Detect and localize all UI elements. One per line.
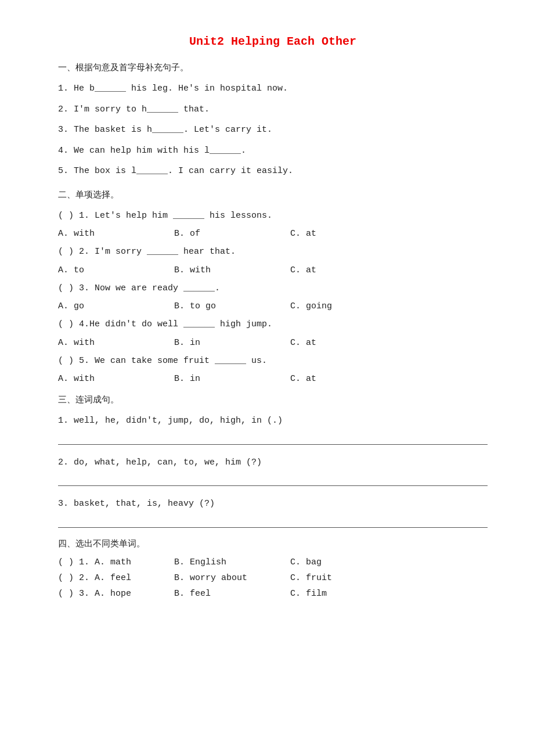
section2-q3-options: A. go B. to go C. going <box>58 301 488 311</box>
section3-q1: 1. well, he, didn't, jump, do, high, in … <box>58 413 488 429</box>
section3-q2: 2. do, what, help, can, to, we, him (?) <box>58 455 488 470</box>
section1-q4: 4. We can help him with his l______. <box>58 143 488 159</box>
section3-q3: 3. basket, that, is, heavy (?) <box>58 496 488 512</box>
section2-q3-opt-a: A. go <box>58 301 174 311</box>
title: Unit2 Helping Each Other <box>58 35 488 48</box>
section1-q3: 3. The basket is h______. Let's carry it… <box>58 123 488 138</box>
section2-q5-stem: ( ) 5. We can take some fruit ______ us. <box>58 354 488 369</box>
section4-q1-stem: ( ) 1. A. math <box>58 557 174 567</box>
section4-q2-stem: ( ) 2. A. feel <box>58 573 174 583</box>
section3-header: 三、连词成句。 <box>58 394 488 405</box>
section4-q3-c: C. film <box>290 589 406 599</box>
section4-q1-b: B. English <box>174 557 290 567</box>
section2-q3-opt-c: C. going <box>290 301 406 311</box>
section1-q2: 2. I'm sorry to h______ that. <box>58 102 488 117</box>
section2-q5-opt-c: C. at <box>290 374 406 384</box>
section2-q5-opt-a: A. with <box>58 374 174 384</box>
section1-header: 一、根据句意及首字母补充句子。 <box>58 62 488 73</box>
section4-q1-c: C. bag <box>290 557 406 567</box>
section2-q4-opt-b: B. in <box>174 338 290 348</box>
section3-blank1 <box>58 434 488 445</box>
section4-q2-b: B. worry about <box>174 573 290 583</box>
section4-q3-stem: ( ) 3. A. hope <box>58 589 174 599</box>
section4-q3: ( ) 3. A. hope B. feel C. film <box>58 589 488 599</box>
section4-header: 四、选出不同类单词。 <box>58 538 488 549</box>
section2-q4-stem: ( ) 4.He didn't do well ______ high jump… <box>58 317 488 332</box>
section2-q5-opt-b: B. in <box>174 374 290 384</box>
section2-q3-stem: ( ) 3. Now we are ready ______. <box>58 281 488 296</box>
section4-q3-b: B. feel <box>174 589 290 599</box>
section2-q2-options: A. to B. with C. at <box>58 265 488 275</box>
section4-q2-c: C. fruit <box>290 573 406 583</box>
section1-q1: 1. He b______ his leg. He's in hospital … <box>58 81 488 96</box>
section2-q1-options: A. with B. of C. at <box>58 229 488 239</box>
section2-q2-opt-c: C. at <box>290 265 406 275</box>
section4-q1: ( ) 1. A. math B. English C. bag <box>58 557 488 567</box>
section2-q2-opt-b: B. with <box>174 265 290 275</box>
section2-header: 二、单项选择。 <box>58 189 488 200</box>
section1-q5: 5. The box is l______. I can carry it ea… <box>58 164 488 179</box>
section2-q5-options: A. with B. in C. at <box>58 374 488 384</box>
section2-q1-stem: ( ) 1. Let's help him ______ his lessons… <box>58 208 488 224</box>
section3-blank3 <box>58 517 488 528</box>
section2-q4-opt-a: A. with <box>58 338 174 348</box>
section3-blank2 <box>58 476 488 486</box>
section2-q4-options: A. with B. in C. at <box>58 338 488 348</box>
section2-q2-opt-a: A. to <box>58 265 174 275</box>
section4-q2: ( ) 2. A. feel B. worry about C. fruit <box>58 573 488 583</box>
section2-q2-stem: ( ) 2. I'm sorry ______ hear that. <box>58 244 488 260</box>
section2-q4-opt-c: C. at <box>290 338 406 348</box>
section2-q1-opt-b: B. of <box>174 229 290 239</box>
section2-q1-opt-c: C. at <box>290 229 406 239</box>
section2-q1-opt-a: A. with <box>58 229 174 239</box>
section2-q3-opt-b: B. to go <box>174 301 290 311</box>
